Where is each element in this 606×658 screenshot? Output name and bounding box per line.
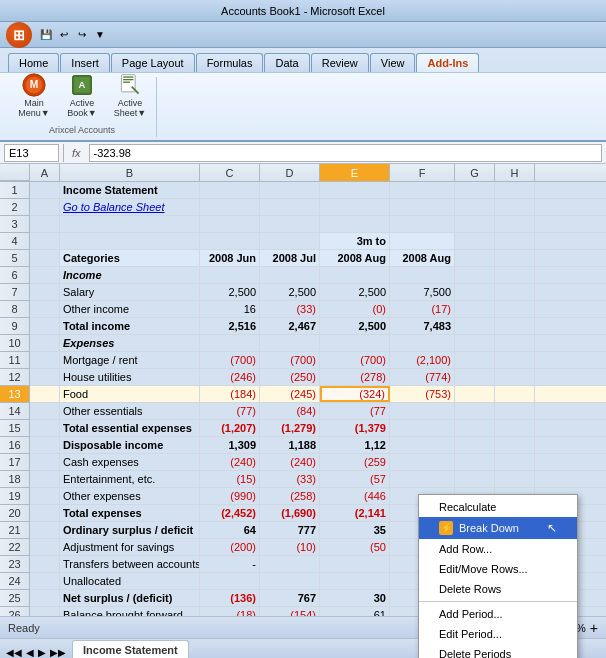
cell-b11[interactable]: Mortgage / rent [60, 352, 200, 368]
cell-d20[interactable]: (1,690) [260, 505, 320, 521]
cell-b22[interactable]: Adjustment for savings [60, 539, 200, 555]
cell-a12[interactable] [30, 369, 60, 385]
cell-c5[interactable]: 2008 Jun [200, 250, 260, 266]
active-book-button[interactable]: A ActiveBook▼ [60, 79, 104, 111]
cell-g18[interactable] [455, 471, 495, 487]
zoom-in-icon[interactable]: + [590, 620, 598, 636]
cell-h13[interactable] [495, 386, 535, 402]
col-header-d[interactable]: D [260, 164, 320, 181]
tab-insert[interactable]: Insert [60, 53, 110, 72]
cell-b14[interactable]: Other essentials [60, 403, 200, 419]
cell-h6[interactable] [495, 267, 535, 283]
cell-c24[interactable] [200, 573, 260, 589]
row-header-21[interactable]: 21 [0, 522, 30, 539]
cell-a20[interactable] [30, 505, 60, 521]
row-header-16[interactable]: 16 [0, 437, 30, 454]
context-menu-recalculate[interactable]: Recalculate [419, 497, 577, 517]
cell-e10[interactable] [320, 335, 390, 351]
context-menu-delete-rows[interactable]: Delete Rows [419, 579, 577, 599]
cell-c3[interactable] [200, 216, 260, 232]
cell-d16[interactable]: 1,188 [260, 437, 320, 453]
cell-c7[interactable]: 2,500 [200, 284, 260, 300]
row-header-8[interactable]: 8 [0, 301, 30, 318]
cell-c19[interactable]: (990) [200, 488, 260, 504]
cell-f5[interactable]: 2008 Aug [390, 250, 455, 266]
cell-a21[interactable] [30, 522, 60, 538]
row-header-14[interactable]: 14 [0, 403, 30, 420]
cell-d23[interactable] [260, 556, 320, 572]
cell-d17[interactable]: (240) [260, 454, 320, 470]
cell-a17[interactable] [30, 454, 60, 470]
cell-e24[interactable] [320, 573, 390, 589]
cell-a6[interactable] [30, 267, 60, 283]
cell-a23[interactable] [30, 556, 60, 572]
cell-h11[interactable] [495, 352, 535, 368]
cell-c22[interactable]: (200) [200, 539, 260, 555]
dropdown-icon[interactable]: ▼ [92, 27, 108, 43]
row-header-25[interactable]: 25 [0, 590, 30, 607]
col-header-a[interactable]: A [30, 164, 60, 181]
tab-formulas[interactable]: Formulas [196, 53, 264, 72]
cell-d12[interactable]: (250) [260, 369, 320, 385]
row-header-13[interactable]: 13 [0, 386, 30, 403]
cell-f9[interactable]: 7,483 [390, 318, 455, 334]
cell-e22[interactable]: (50 [320, 539, 390, 555]
col-header-h[interactable]: H [495, 164, 535, 181]
cell-e20[interactable]: (2,141 [320, 505, 390, 521]
cell-h1[interactable] [495, 182, 535, 198]
cell-a24[interactable] [30, 573, 60, 589]
cell-f10[interactable] [390, 335, 455, 351]
cell-g11[interactable] [455, 352, 495, 368]
row-header-9[interactable]: 9 [0, 318, 30, 335]
tab-home[interactable]: Home [8, 53, 59, 72]
tab-addins[interactable]: Add-Ins [416, 53, 479, 72]
context-menu-add-row[interactable]: Add Row... [419, 539, 577, 559]
cell-h2[interactable] [495, 199, 535, 215]
row-header-24[interactable]: 24 [0, 573, 30, 590]
cell-a25[interactable] [30, 590, 60, 606]
cell-d24[interactable] [260, 573, 320, 589]
cell-c14[interactable]: (77) [200, 403, 260, 419]
cell-f17[interactable] [390, 454, 455, 470]
cell-f6[interactable] [390, 267, 455, 283]
cell-e19[interactable]: (446 [320, 488, 390, 504]
cell-e15[interactable]: (1,379 [320, 420, 390, 436]
cell-e1[interactable] [320, 182, 390, 198]
cell-a9[interactable] [30, 318, 60, 334]
cell-g9[interactable] [455, 318, 495, 334]
cell-e7[interactable]: 2,500 [320, 284, 390, 300]
cell-b3[interactable] [60, 216, 200, 232]
cell-h15[interactable] [495, 420, 535, 436]
cell-b23[interactable]: Transfers between accounts [60, 556, 200, 572]
cell-b18[interactable]: Entertainment, etc. [60, 471, 200, 487]
cell-f12[interactable]: (774) [390, 369, 455, 385]
cell-g1[interactable] [455, 182, 495, 198]
cell-c9[interactable]: 2,516 [200, 318, 260, 334]
cell-e11[interactable]: (700) [320, 352, 390, 368]
row-header-17[interactable]: 17 [0, 454, 30, 471]
cell-b1[interactable]: Income Statement [60, 182, 200, 198]
cell-d2[interactable] [260, 199, 320, 215]
cell-a3[interactable] [30, 216, 60, 232]
context-menu-edit-move-rows[interactable]: Edit/Move Rows... [419, 559, 577, 579]
row-header-23[interactable]: 23 [0, 556, 30, 573]
cell-b8[interactable]: Other income [60, 301, 200, 317]
cell-b20[interactable]: Total expenses [60, 505, 200, 521]
row-header-10[interactable]: 10 [0, 335, 30, 352]
cell-b9[interactable]: Total income [60, 318, 200, 334]
cell-h17[interactable] [495, 454, 535, 470]
row-header-11[interactable]: 11 [0, 352, 30, 369]
tab-review[interactable]: Review [311, 53, 369, 72]
cell-e25[interactable]: 30 [320, 590, 390, 606]
cell-g8[interactable] [455, 301, 495, 317]
context-menu-breakdown[interactable]: ⚡ Break Down ↖ [419, 517, 577, 539]
tab-page-layout[interactable]: Page Layout [111, 53, 195, 72]
cell-e13[interactable]: (324) [320, 386, 390, 402]
cell-d14[interactable]: (84) [260, 403, 320, 419]
cell-d5[interactable]: 2008 Jul [260, 250, 320, 266]
tab-nav-prev[interactable]: ◀ [24, 647, 36, 658]
cell-d1[interactable] [260, 182, 320, 198]
cell-a1[interactable] [30, 182, 60, 198]
cell-a11[interactable] [30, 352, 60, 368]
cell-g7[interactable] [455, 284, 495, 300]
